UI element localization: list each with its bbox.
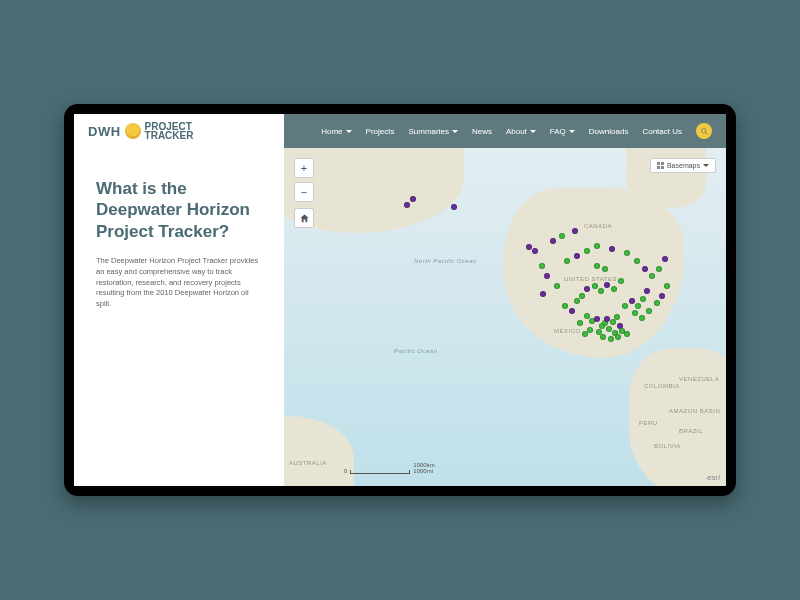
map-point[interactable] bbox=[609, 246, 615, 252]
map-point[interactable] bbox=[577, 320, 583, 326]
nav-item-home[interactable]: Home bbox=[321, 127, 351, 136]
zoom-in-button[interactable]: + bbox=[294, 158, 314, 178]
map-point[interactable] bbox=[574, 253, 580, 259]
map-label-amazon: AMAZON BASIN bbox=[669, 408, 720, 414]
map-point[interactable] bbox=[635, 303, 641, 309]
nav-item-summaries[interactable]: Summaries bbox=[408, 127, 457, 136]
scale-zero: 0 bbox=[344, 468, 347, 474]
landmass bbox=[284, 416, 354, 486]
map-point[interactable] bbox=[550, 238, 556, 244]
map-point[interactable] bbox=[582, 331, 588, 337]
map-point[interactable] bbox=[610, 319, 616, 325]
map-point[interactable] bbox=[602, 266, 608, 272]
map-point[interactable] bbox=[410, 196, 416, 202]
map-point[interactable] bbox=[629, 298, 635, 304]
map-point[interactable] bbox=[644, 288, 650, 294]
page-title: What is the Deepwater Horizon Project Tr… bbox=[96, 178, 262, 242]
map-point[interactable] bbox=[656, 266, 662, 272]
svg-point-0 bbox=[701, 128, 706, 133]
search-icon bbox=[700, 127, 709, 136]
map-label-peru: PERU bbox=[639, 420, 658, 426]
nav-label: FAQ bbox=[550, 127, 566, 136]
map-point[interactable] bbox=[639, 315, 645, 321]
map-label-mexico: MEXICO bbox=[554, 328, 581, 334]
home-button[interactable] bbox=[294, 208, 314, 228]
map-point[interactable] bbox=[562, 303, 568, 309]
map-point[interactable] bbox=[594, 243, 600, 249]
search-button[interactable] bbox=[696, 123, 712, 139]
map-point[interactable] bbox=[574, 298, 580, 304]
map-point[interactable] bbox=[662, 256, 668, 262]
map-point[interactable] bbox=[404, 202, 410, 208]
map-point[interactable] bbox=[451, 204, 457, 210]
map-point[interactable] bbox=[569, 308, 575, 314]
basemaps-button[interactable]: Basemaps bbox=[650, 158, 716, 173]
logo-subtitle: PROJECT TRACKER bbox=[145, 122, 194, 141]
map-point[interactable] bbox=[634, 258, 640, 264]
nav-item-about[interactable]: About bbox=[506, 127, 536, 136]
svg-line-1 bbox=[705, 132, 707, 134]
nav-item-downloads[interactable]: Downloads bbox=[589, 127, 629, 136]
logo-icon bbox=[125, 123, 141, 139]
map-point[interactable] bbox=[604, 282, 610, 288]
map-point[interactable] bbox=[622, 303, 628, 309]
scale-bar-graphic bbox=[350, 470, 410, 474]
chevron-down-icon bbox=[452, 130, 458, 133]
map-point[interactable] bbox=[579, 293, 585, 299]
map-point[interactable] bbox=[664, 283, 670, 289]
map-label-us: UNITED STATES bbox=[564, 276, 617, 282]
map-panel[interactable]: Pacific Ocean North Pacific Ocean CANADA… bbox=[284, 148, 726, 486]
map-point[interactable] bbox=[642, 266, 648, 272]
zoom-out-button[interactable]: − bbox=[294, 182, 314, 202]
map-point[interactable] bbox=[564, 258, 570, 264]
map-point[interactable] bbox=[526, 244, 532, 250]
map-point[interactable] bbox=[659, 293, 665, 299]
chevron-down-icon bbox=[703, 164, 709, 167]
topbar: DWH PROJECT TRACKER HomeProjectsSummarie… bbox=[74, 114, 726, 148]
map-point[interactable] bbox=[624, 250, 630, 256]
map-point[interactable] bbox=[554, 283, 560, 289]
map-point[interactable] bbox=[598, 288, 604, 294]
map-label-canada: CANADA bbox=[584, 223, 612, 229]
map-point[interactable] bbox=[592, 283, 598, 289]
nav-item-contact-us[interactable]: Contact Us bbox=[642, 127, 682, 136]
nav-label: Summaries bbox=[408, 127, 448, 136]
map-point[interactable] bbox=[540, 291, 546, 297]
logo[interactable]: DWH PROJECT TRACKER bbox=[74, 114, 284, 148]
map-point[interactable] bbox=[614, 314, 620, 320]
home-icon bbox=[299, 213, 310, 224]
map-point[interactable] bbox=[532, 248, 538, 254]
nav-item-faq[interactable]: FAQ bbox=[550, 127, 575, 136]
basemaps-label: Basemaps bbox=[667, 162, 700, 169]
map-point[interactable] bbox=[594, 263, 600, 269]
map-point[interactable] bbox=[624, 331, 630, 337]
map-point[interactable] bbox=[611, 286, 617, 292]
map-point[interactable] bbox=[632, 310, 638, 316]
map-point[interactable] bbox=[606, 326, 612, 332]
map-point[interactable] bbox=[587, 327, 593, 333]
zoom-controls: + − bbox=[294, 158, 314, 228]
map-point[interactable] bbox=[654, 300, 660, 306]
map-point[interactable] bbox=[608, 336, 614, 342]
map-label-venezuela: VENEZUELA bbox=[679, 376, 719, 382]
map-point[interactable] bbox=[600, 334, 606, 340]
map-point[interactable] bbox=[618, 278, 624, 284]
nav-item-projects[interactable]: Projects bbox=[366, 127, 395, 136]
grid-icon bbox=[657, 162, 664, 169]
map-point[interactable] bbox=[539, 263, 545, 269]
nav-item-news[interactable]: News bbox=[472, 127, 492, 136]
map-point[interactable] bbox=[584, 286, 590, 292]
map-point[interactable] bbox=[649, 273, 655, 279]
map-point[interactable] bbox=[615, 334, 621, 340]
map-point[interactable] bbox=[572, 228, 578, 234]
map-point[interactable] bbox=[640, 296, 646, 302]
map-point[interactable] bbox=[594, 316, 600, 322]
map-point[interactable] bbox=[584, 248, 590, 254]
nav-label: News bbox=[472, 127, 492, 136]
logo-line2: TRACKER bbox=[145, 130, 194, 141]
map-point[interactable] bbox=[559, 233, 565, 239]
landmass bbox=[504, 188, 684, 358]
map-point[interactable] bbox=[544, 273, 550, 279]
chevron-down-icon bbox=[346, 130, 352, 133]
map-point[interactable] bbox=[646, 308, 652, 314]
